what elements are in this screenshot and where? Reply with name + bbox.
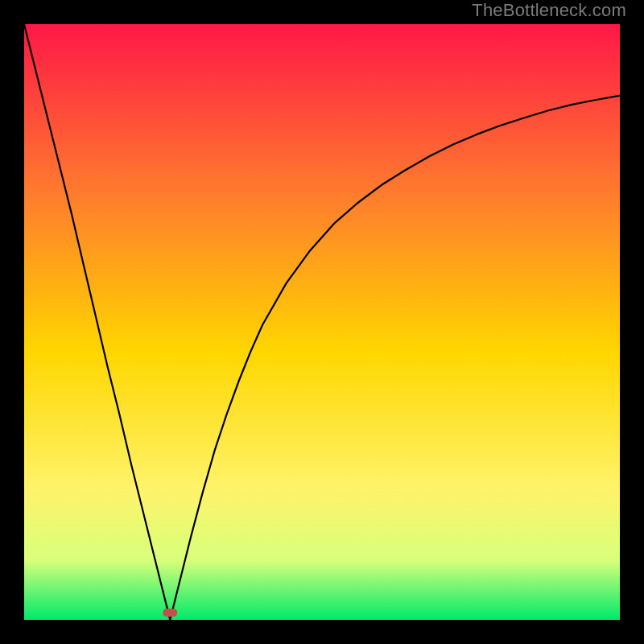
bottleneck-chart xyxy=(24,24,620,620)
minimum-marker xyxy=(163,609,177,617)
chart-frame: TheBottleneck.com xyxy=(0,0,644,644)
plot-area xyxy=(24,24,620,620)
gradient-background xyxy=(24,24,620,620)
watermark-text: TheBottleneck.com xyxy=(472,0,626,21)
